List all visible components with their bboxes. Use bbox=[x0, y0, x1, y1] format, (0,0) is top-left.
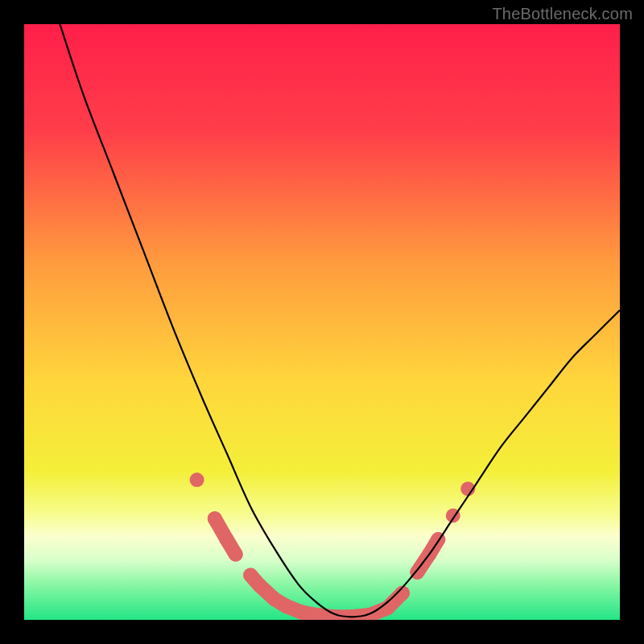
chart-stage: TheBottleneck.com bbox=[0, 0, 644, 644]
plot-area bbox=[24, 24, 620, 620]
marker-dot bbox=[229, 547, 243, 562]
watermark-text: TheBottleneck.com bbox=[492, 5, 633, 23]
marker-dot bbox=[190, 473, 204, 487]
gradient-background bbox=[24, 24, 620, 620]
chart-svg bbox=[24, 24, 620, 620]
